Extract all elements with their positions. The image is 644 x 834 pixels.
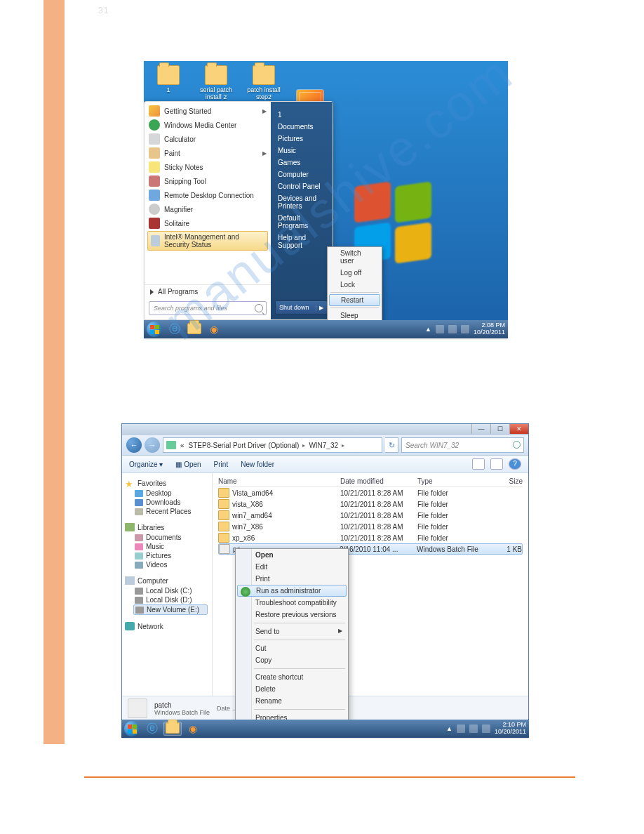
nav-disk-d[interactable]: Local Disk (D:) (125, 595, 209, 604)
tray-arrow-icon[interactable]: ▲ (446, 725, 452, 732)
ctx-cut[interactable]: Cut (236, 642, 348, 654)
tray-arrow-icon[interactable]: ▲ (425, 326, 431, 333)
tray-network-icon[interactable] (448, 325, 457, 333)
file-win7-x86[interactable]: win7_X8610/21/2011 8:28 AMFile folder (218, 521, 523, 532)
nav-back-button[interactable]: ← (126, 437, 142, 453)
nav-computer[interactable]: Computer (125, 575, 209, 586)
nav-libraries[interactable]: Libraries (125, 522, 209, 533)
sm-windows-media-center[interactable]: Windows Media Center (145, 118, 271, 132)
sd-restart[interactable]: Restart (329, 294, 380, 306)
sm-calculator[interactable]: Calculator (145, 132, 271, 146)
tray-volume-icon[interactable] (482, 724, 490, 733)
start-orb[interactable] (124, 721, 140, 736)
tb-open[interactable]: ▦ Open (175, 461, 201, 468)
sm-music[interactable]: Music (271, 145, 333, 157)
nav-forward-button[interactable]: → (145, 437, 160, 453)
taskbar-ie-icon[interactable]: ⓔ (144, 722, 161, 735)
desktop-folder-1[interactable]: 1 (151, 65, 186, 100)
taskbar-wmp-icon[interactable]: ◉ (206, 323, 222, 336)
taskbar-explorer-icon[interactable] (186, 323, 203, 336)
ctx-troubleshoot[interactable]: Troubleshoot compatibility (236, 597, 348, 609)
ctx-restore-previous[interactable]: Restore previous versions (236, 609, 348, 621)
window-titlebar[interactable]: — ☐ ✕ (122, 424, 528, 435)
nav-network[interactable]: Network (125, 621, 209, 632)
tray-flag-icon[interactable] (457, 724, 465, 733)
sm-magnifier[interactable]: Magnifier (145, 202, 271, 216)
nav-documents[interactable]: Documents (125, 533, 209, 542)
sm-sticky-notes[interactable]: Sticky Notes (145, 160, 271, 174)
ctx-print[interactable]: Print (236, 573, 348, 585)
tray-network-icon[interactable] (469, 724, 478, 733)
nav-favorites[interactable]: ★Favorites (125, 477, 209, 489)
details-file-name: patch (154, 701, 210, 709)
column-headers[interactable]: Name Date modified Type Size (218, 476, 523, 487)
sm-control-panel[interactable]: Control Panel (271, 180, 333, 192)
sm-getting-started[interactable]: Getting Started▶ (145, 104, 271, 118)
nav-recent-places[interactable]: Recent Places (125, 507, 209, 516)
taskbar-clock[interactable]: 2:10 PM10/20/2011 (495, 722, 526, 736)
explorer-search-input[interactable]: Search WIN7_32 (401, 437, 524, 453)
ctx-edit[interactable]: Edit (236, 561, 348, 573)
ctx-open[interactable]: Open (236, 549, 348, 561)
tray-flag-icon[interactable] (436, 325, 444, 333)
file-xp-x86[interactable]: xp_x8610/21/2011 8:28 AMFile folder (218, 532, 523, 543)
taskbar: ⓔ ◉ ▲ 2:08 PM10/20/2011 (144, 320, 508, 338)
tray-volume-icon[interactable] (461, 325, 469, 333)
taskbar-wmp-icon[interactable]: ◉ (185, 722, 201, 735)
sm-user-name[interactable]: 1 (271, 109, 333, 121)
nav-downloads[interactable]: Downloads (125, 498, 209, 507)
sd-lock[interactable]: Lock (328, 279, 382, 291)
refresh-button[interactable]: ↻ (385, 437, 398, 453)
start-orb[interactable] (147, 322, 162, 337)
sm-solitaire[interactable]: Solitaire (145, 216, 271, 230)
nav-desktop[interactable]: Desktop (125, 489, 209, 498)
file-vista-x86[interactable]: vista_X8610/21/2011 8:28 AMFile folder (218, 498, 523, 510)
window-maximize-button[interactable]: ☐ (490, 424, 509, 434)
sm-computer[interactable]: Computer (271, 168, 333, 180)
tb-new-folder[interactable]: New folder (241, 461, 274, 468)
start-search-input[interactable]: Search programs and files (149, 301, 267, 315)
desktop-folder-serial-patch[interactable]: serial patch install 2 (199, 65, 234, 100)
sm-default-programs[interactable]: Default Programs (271, 212, 333, 232)
sd-switch-user[interactable]: Switch user (328, 247, 382, 267)
sm-devices-printers[interactable]: Devices and Printers (271, 192, 333, 212)
sd-log-off[interactable]: Log off (328, 267, 382, 279)
nav-disk-c[interactable]: Local Disk (C:) (125, 586, 209, 595)
sm-all-programs[interactable]: All Programs (145, 284, 271, 298)
taskbar-explorer-icon[interactable] (163, 722, 182, 736)
shutdown-split-arrow-icon[interactable]: ▶ (316, 305, 323, 311)
desktop-folder-patch-install[interactable]: patch install step2 (246, 65, 281, 100)
file-win7-amd64[interactable]: win7_amd6410/21/2011 8:28 AMFile folder (218, 510, 523, 521)
nav-videos[interactable]: Videos (125, 560, 209, 569)
nav-pictures[interactable]: Pictures (125, 551, 209, 560)
address-breadcrumb[interactable]: « STEP8-Serial Port Driver (Optional)▸ W… (163, 437, 382, 453)
sm-paint[interactable]: Paint▶ (145, 146, 271, 160)
shutdown-button[interactable]: Shut down▶ (275, 300, 328, 315)
sm-games[interactable]: Games (271, 157, 333, 168)
window-close-button[interactable]: ✕ (509, 424, 528, 434)
ctx-create-shortcut[interactable]: Create shortcut (236, 671, 348, 683)
view-options-icon[interactable] (472, 458, 485, 470)
sm-help-support[interactable]: Help and Support (271, 232, 333, 251)
sm-remote-desktop[interactable]: Remote Desktop Connection (145, 188, 271, 202)
ctx-delete[interactable]: Delete (236, 683, 348, 695)
ctx-rename[interactable]: Rename (236, 695, 348, 707)
navigation-pane: ★Favorites Desktop Downloads Recent Plac… (122, 473, 213, 696)
sm-snipping-tool[interactable]: Snipping Tool (145, 174, 271, 188)
nav-new-volume-e[interactable]: New Volume (E:) (133, 604, 208, 615)
nav-music[interactable]: Music (125, 542, 209, 551)
preview-pane-icon[interactable] (490, 458, 503, 470)
tb-print[interactable]: Print (214, 461, 229, 468)
window-minimize-button[interactable]: — (471, 424, 490, 434)
taskbar-clock[interactable]: 2:08 PM10/20/2011 (474, 322, 505, 336)
tb-organize[interactable]: Organize ▾ (129, 461, 163, 468)
taskbar-ie-icon[interactable]: ⓔ (166, 323, 183, 336)
sm-documents[interactable]: Documents (271, 121, 333, 133)
ctx-run-as-admin[interactable]: Run as administrator (237, 585, 347, 597)
sm-pictures[interactable]: Pictures (271, 133, 333, 145)
help-icon[interactable]: ? (509, 458, 521, 470)
ctx-send-to[interactable]: Send to▶ (236, 626, 348, 637)
ctx-copy[interactable]: Copy (236, 654, 348, 666)
file-vista-amd64[interactable]: Vista_amd6410/21/2011 8:28 AMFile folder (218, 487, 523, 498)
sm-intel-management[interactable]: Intel® Management and Security Status (147, 231, 268, 251)
